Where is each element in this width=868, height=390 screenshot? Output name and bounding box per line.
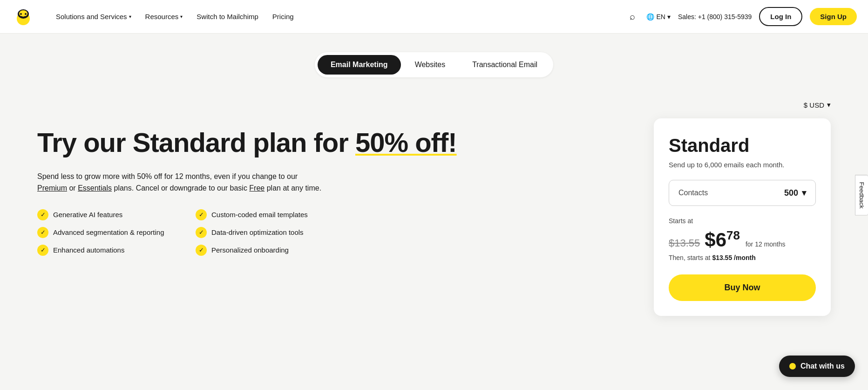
check-icon: ✓ [37, 227, 48, 238]
essentials-link[interactable]: Essentials [78, 184, 112, 192]
svg-point-4 [20, 13, 22, 15]
nav-right: ⌕ 🌐 EN ▾ Sales: +1 (800) 315-5939 Log In… [626, 7, 857, 26]
chevron-down-icon: ▾ [827, 101, 831, 109]
nav-links: Solutions and Services ▾ Resources ▾ Swi… [50, 9, 626, 24]
hero-subtext: Spend less to grow more with 50% off for… [37, 171, 326, 194]
chevron-down-icon: ▾ [802, 188, 806, 198]
mailchimp-logo [11, 5, 35, 29]
main-nav: Solutions and Services ▾ Resources ▾ Swi… [0, 0, 868, 34]
original-price: $13.55 [669, 237, 700, 249]
login-button[interactable]: Log In [759, 7, 802, 26]
check-icon: ✓ [196, 209, 207, 220]
tab-transactional-email[interactable]: Transactional Email [459, 55, 550, 75]
nav-switch[interactable]: Switch to Mailchimp [191, 9, 264, 24]
chevron-down-icon: ▾ [129, 14, 131, 19]
hero-section: Try our Standard plan for 50% off! Spend… [37, 118, 626, 256]
free-link[interactable]: Free [249, 184, 264, 192]
contacts-value: 500 ▾ [784, 188, 806, 198]
feature-item: ✓ Enhanced automations [37, 245, 168, 256]
search-icon: ⌕ [630, 11, 635, 21]
signup-button[interactable]: Sign Up [810, 8, 857, 25]
tab-email-marketing[interactable]: Email Marketing [318, 55, 401, 75]
features-grid: ✓ Generative AI features ✓ Custom-coded … [37, 209, 326, 256]
search-button[interactable]: ⌕ [626, 7, 639, 26]
language-selector[interactable]: 🌐 EN ▾ [646, 13, 670, 21]
price-row: $13.55 $678 for 12 months [669, 228, 816, 251]
contacts-label: Contacts [678, 189, 708, 197]
feedback-tab[interactable]: Feedback [855, 175, 868, 215]
feature-item: ✓ Custom-coded email templates [196, 209, 326, 220]
currency-row: $ USD ▾ [0, 101, 868, 109]
logo-link[interactable] [11, 5, 35, 29]
nav-pricing[interactable]: Pricing [267, 9, 299, 24]
buy-now-button[interactable]: Buy Now [669, 274, 816, 301]
chat-icon [789, 363, 796, 369]
nav-solutions[interactable]: Solutions and Services ▾ [50, 9, 137, 24]
plan-description: Send up to 6,000 emails each month. [669, 161, 816, 169]
premium-link[interactable]: Premium [37, 184, 67, 192]
svg-point-5 [25, 13, 27, 15]
feature-item: ✓ Advanced segmentation & reporting [37, 227, 168, 238]
plan-name: Standard [669, 135, 816, 156]
price-cents: 78 [726, 228, 740, 242]
chat-widget[interactable]: Chat with us [779, 356, 855, 377]
hero-highlight: 50% off! [355, 127, 457, 157]
hero-heading: Try our Standard plan for 50% off! [37, 128, 626, 157]
feature-item: ✓ Generative AI features [37, 209, 168, 220]
starts-at-label: Starts at [669, 217, 816, 225]
product-tabs: Email Marketing Websites Transactional E… [0, 52, 868, 77]
feature-item: ✓ Data-driven optimization tools [196, 227, 326, 238]
nav-resources[interactable]: Resources ▾ [140, 9, 189, 24]
main-content: Email Marketing Websites Transactional E… [0, 34, 868, 390]
feature-item: ✓ Personalized onboarding [196, 245, 326, 256]
content-area: Try our Standard plan for 50% off! Spend… [0, 118, 868, 316]
price-duration: for 12 months [746, 240, 786, 248]
check-icon: ✓ [37, 245, 48, 256]
check-icon: ✓ [37, 209, 48, 220]
chevron-down-icon: ▾ [667, 13, 671, 21]
check-icon: ✓ [196, 245, 207, 256]
dollar-sign: $6 [705, 229, 726, 251]
tab-websites[interactable]: Websites [402, 55, 459, 75]
sales-number: Sales: +1 (800) 315-5939 [678, 13, 752, 21]
currency-selector[interactable]: $ USD ▾ [804, 101, 831, 109]
price-then: Then, starts at $13.55 /month [669, 254, 816, 261]
contacts-selector[interactable]: Contacts 500 ▾ [669, 180, 816, 206]
pricing-card: Standard Send up to 6,000 emails each mo… [654, 118, 831, 316]
tabs-pill: Email Marketing Websites Transactional E… [315, 52, 553, 77]
discounted-price: $678 [705, 228, 740, 251]
globe-icon: 🌐 [646, 13, 654, 21]
chevron-down-icon: ▾ [180, 14, 183, 19]
check-icon: ✓ [196, 227, 207, 238]
